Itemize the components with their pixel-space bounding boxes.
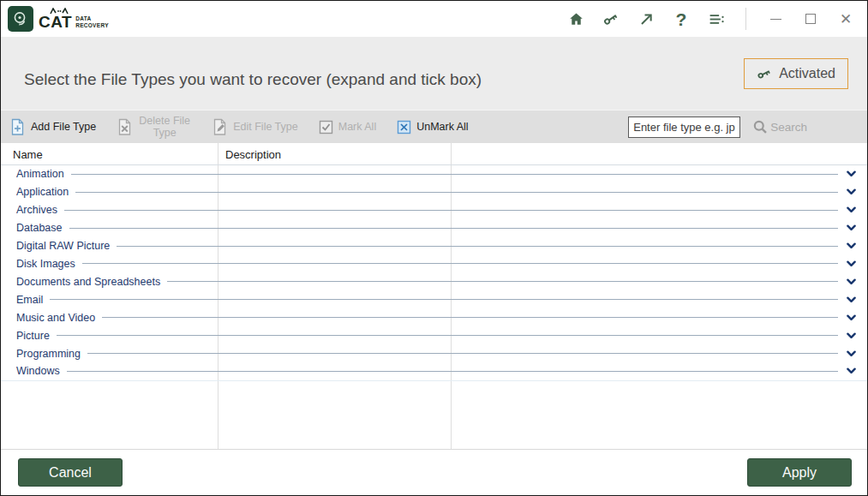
chevron-down-icon[interactable] bbox=[847, 368, 856, 374]
file-type-name[interactable]: Picture bbox=[16, 330, 50, 342]
row-rule bbox=[57, 335, 838, 336]
row-rule bbox=[64, 210, 838, 211]
key-icon[interactable] bbox=[602, 9, 620, 28]
logo-disk-icon bbox=[8, 6, 33, 32]
file-type-name[interactable]: Database bbox=[16, 222, 63, 234]
row-rule bbox=[75, 192, 838, 193]
file-type-name[interactable]: Archives bbox=[16, 204, 57, 216]
chevron-down-icon[interactable] bbox=[847, 278, 856, 285]
file-type-table: Name Description AnimationApplicationArc… bbox=[1, 143, 867, 449]
table-header: Name Description bbox=[1, 143, 867, 165]
share-arrow-icon[interactable] bbox=[637, 9, 655, 28]
page-title: Select the File Types you want to recove… bbox=[24, 70, 482, 89]
file-type-name[interactable]: Windows bbox=[16, 365, 60, 377]
row-rule bbox=[117, 246, 838, 247]
search-input[interactable] bbox=[628, 117, 740, 138]
checked-checkbox-icon bbox=[319, 120, 333, 134]
table-row[interactable]: Disk Images bbox=[1, 255, 867, 273]
activated-label: Activated bbox=[779, 66, 835, 81]
chevron-down-icon[interactable] bbox=[847, 350, 856, 357]
crossed-checkbox-icon bbox=[397, 120, 411, 134]
row-rule bbox=[87, 353, 838, 354]
column-header-description: Description bbox=[225, 148, 281, 161]
table-row[interactable]: Picture bbox=[1, 326, 867, 344]
row-rule bbox=[167, 281, 838, 282]
delete-file-type-button[interactable]: Delete File Type bbox=[117, 115, 191, 140]
table-row[interactable]: Music and Video bbox=[1, 308, 867, 326]
footer: Cancel Apply bbox=[1, 449, 867, 495]
file-type-name[interactable]: Email bbox=[16, 294, 43, 306]
table-row[interactable]: Archives bbox=[1, 201, 867, 219]
row-rule bbox=[67, 371, 838, 372]
brand-subtitle: DATA RECOVERY bbox=[75, 9, 109, 28]
delete-file-type-label: Delete File Type bbox=[138, 115, 191, 140]
table-row[interactable]: Application bbox=[1, 183, 867, 201]
table-row[interactable]: Email bbox=[1, 290, 867, 308]
row-rule bbox=[102, 317, 838, 318]
search-button[interactable]: Search bbox=[752, 119, 807, 135]
brand-name: CAT bbox=[39, 9, 72, 30]
file-type-name[interactable]: Documents and Spreadsheets bbox=[16, 276, 160, 288]
row-rule bbox=[69, 228, 838, 229]
minimize-button[interactable] bbox=[766, 9, 785, 28]
row-rule bbox=[82, 263, 838, 264]
activated-button[interactable]: Activated bbox=[744, 58, 848, 89]
chevron-down-icon[interactable] bbox=[847, 242, 856, 249]
unmark-all-button[interactable]: UnMark All bbox=[397, 120, 468, 134]
edit-file-icon bbox=[212, 118, 228, 136]
chevron-down-icon[interactable] bbox=[847, 206, 856, 213]
chevron-down-icon[interactable] bbox=[847, 224, 856, 231]
search-icon bbox=[752, 119, 769, 135]
table-row[interactable]: Database bbox=[1, 219, 867, 237]
file-type-name[interactable]: Music and Video bbox=[16, 312, 95, 324]
row-rule bbox=[50, 299, 838, 300]
key-icon bbox=[757, 66, 772, 81]
chevron-down-icon[interactable] bbox=[847, 170, 856, 177]
app-logo: CAT DATA RECOVERY bbox=[8, 6, 109, 32]
app-window: CAT DATA RECOVERY bbox=[0, 0, 868, 496]
table-row[interactable]: Digital RAW Picture bbox=[1, 237, 867, 255]
chevron-down-icon[interactable] bbox=[847, 314, 856, 321]
mark-all-button[interactable]: Mark All bbox=[319, 120, 376, 134]
row-rule bbox=[71, 174, 838, 175]
file-type-name[interactable]: Animation bbox=[16, 168, 64, 180]
table-body: AnimationApplicationArchivesDatabaseDigi… bbox=[1, 165, 867, 381]
close-button[interactable]: ✕ bbox=[836, 9, 855, 28]
column-header-name: Name bbox=[13, 148, 43, 161]
table-row[interactable]: Animation bbox=[1, 165, 867, 183]
titlebar: CAT DATA RECOVERY bbox=[1, 1, 867, 37]
help-icon[interactable]: ? bbox=[672, 9, 691, 28]
chevron-down-icon[interactable] bbox=[847, 332, 856, 339]
mark-all-label: Mark All bbox=[338, 121, 376, 133]
menu-icon[interactable] bbox=[707, 9, 726, 28]
chevron-down-icon[interactable] bbox=[847, 260, 856, 267]
cancel-button[interactable]: Cancel bbox=[18, 458, 123, 487]
table-row[interactable]: Programming bbox=[1, 344, 867, 362]
edit-file-type-label: Edit File Type bbox=[233, 121, 298, 133]
add-file-icon bbox=[9, 118, 26, 136]
page-header: Select the File Types you want to recove… bbox=[1, 37, 867, 110]
chevron-down-icon[interactable] bbox=[847, 296, 856, 303]
maximize-button[interactable] bbox=[801, 9, 820, 28]
add-file-type-label: Add File Type bbox=[31, 121, 96, 133]
add-file-type-button[interactable]: Add File Type bbox=[9, 118, 96, 136]
file-type-name[interactable]: Programming bbox=[16, 348, 81, 360]
titlebar-separator bbox=[745, 8, 746, 30]
chevron-down-icon[interactable] bbox=[847, 188, 856, 195]
apply-button[interactable]: Apply bbox=[747, 458, 852, 487]
file-type-name[interactable]: Disk Images bbox=[16, 258, 75, 270]
unmark-all-label: UnMark All bbox=[416, 121, 468, 133]
file-type-name[interactable]: Digital RAW Picture bbox=[16, 240, 110, 252]
cat-ears-icon bbox=[50, 8, 69, 15]
file-type-name[interactable]: Application bbox=[16, 186, 69, 198]
table-row[interactable]: Documents and Spreadsheets bbox=[1, 272, 867, 290]
toolbar: Add File Type Delete File Type Edit File… bbox=[1, 110, 867, 143]
delete-file-icon bbox=[117, 118, 133, 136]
home-icon[interactable] bbox=[566, 9, 585, 28]
search-label: Search bbox=[770, 121, 807, 134]
table-row[interactable]: Windows bbox=[1, 362, 867, 380]
edit-file-type-button[interactable]: Edit File Type bbox=[212, 118, 298, 136]
